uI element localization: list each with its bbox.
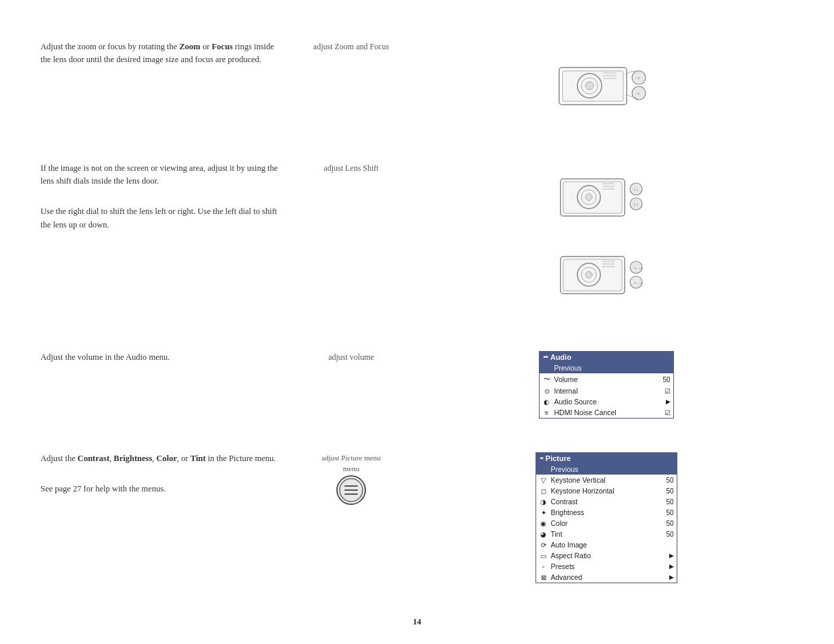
svg-text:○: ○ xyxy=(637,75,640,81)
picture-label: adjust Picture menu menu xyxy=(284,452,419,505)
picture-menu-item-aspectratio[interactable]: ▭ Aspect Ratio ▶ xyxy=(536,550,677,561)
audio-menu-item-source[interactable]: ◐ Audio Source ▶ xyxy=(540,396,673,407)
source-icon: ◐ xyxy=(542,398,552,406)
picture-menu: •• Picture Previous ▽ Keystone Vertical … xyxy=(536,452,677,583)
zoom-text: Adjust the zoom or focus by rotating the… xyxy=(41,41,284,71)
audio-menu-item-previous[interactable]: Previous xyxy=(540,363,673,373)
audio-menu-item-internal[interactable]: ⊙ Internal ☑ xyxy=(540,385,673,396)
svg-text:↑↓: ↑↓ xyxy=(633,202,638,207)
zoom-label: adjust Zoom and Focus xyxy=(284,41,419,52)
kh-icon: ◻ xyxy=(539,487,548,495)
hdmi-icon: ≡ xyxy=(542,409,552,417)
menu-icon xyxy=(339,478,363,502)
lens-paragraph-2: Use the right dial to shift the lens lef… xyxy=(41,205,284,232)
lens-illustrations: ↑↓ ↑↓ ←→ ←→ xyxy=(554,162,658,317)
picture-menu-item-color[interactable]: ◉ Color 50 xyxy=(536,518,677,529)
picture-menu-item-previous[interactable]: Previous xyxy=(536,464,677,475)
kv-icon: ▽ xyxy=(539,477,548,484)
svg-point-28 xyxy=(585,271,592,278)
lens-text: If the image is not on the screen or vie… xyxy=(41,162,284,236)
svg-text:↑↓: ↑↓ xyxy=(633,187,638,192)
menu-dots-icon: ••• xyxy=(544,354,548,360)
svg-rect-39 xyxy=(344,493,358,495)
zoom-projector-illustration: ○ ○ xyxy=(552,41,660,128)
menu-button[interactable] xyxy=(336,475,366,505)
picture-label-text: adjust Picture menu xyxy=(321,454,380,462)
lens-label: adjust Lens Shift xyxy=(284,162,419,173)
zoom-paragraph: Adjust the zoom or focus by rotating the… xyxy=(41,41,284,67)
picture-menu-item-tint[interactable]: ◕ Tint 50 xyxy=(536,529,677,539)
svg-text:←→: ←→ xyxy=(633,265,643,271)
svg-rect-38 xyxy=(344,489,358,491)
volume-label: adjust volume xyxy=(284,351,419,363)
picture-menu-icon-area: adjust Picture menu menu xyxy=(284,454,419,505)
svg-text:←→: ←→ xyxy=(633,280,643,286)
picture-menu-title: •• Picture xyxy=(536,453,677,464)
volume-paragraph: Adjust the volume in the Audio menu. xyxy=(41,351,284,364)
svg-rect-37 xyxy=(344,485,358,487)
picture-menu-item-contrast[interactable]: ◑ Contrast 50 xyxy=(536,496,677,507)
contrast-icon: ◑ xyxy=(539,498,548,506)
page-number: 14 xyxy=(41,617,793,627)
section-zoom: Adjust the zoom or focus by rotating the… xyxy=(41,41,793,142)
picture-menu-dots-icon: •• xyxy=(540,455,543,462)
svg-point-16 xyxy=(585,194,592,200)
section-lens: If the image is not on the screen or vie… xyxy=(41,162,793,331)
presets-icon: ▫ xyxy=(539,563,548,570)
lens-paragraph-1: If the image is not on the screen or vie… xyxy=(41,162,284,188)
brightness-icon: ✦ xyxy=(539,509,548,516)
autoimage-icon: ⟳ xyxy=(539,541,548,549)
svg-point-4 xyxy=(585,82,594,90)
picture-menu-item-autoimage[interactable]: ⟳ Auto Image xyxy=(536,539,677,550)
page-container: Adjust the zoom or focus by rotating the… xyxy=(0,0,834,644)
picture-menu-item-advanced[interactable]: ⊠ Advanced ▶ xyxy=(536,572,677,583)
svg-text:○: ○ xyxy=(637,90,640,97)
audio-menu-title: ••• Audio xyxy=(540,352,673,363)
color-icon: ◉ xyxy=(539,520,548,527)
picture-menu-item-presets[interactable]: ▫ Presets ▶ xyxy=(536,561,677,572)
picture-paragraph-1: Adjust the Contrast, Brightness, Color, … xyxy=(41,452,284,465)
lens-projector-top: ↑↓ ↑↓ xyxy=(554,162,658,236)
volume-menu-area: ••• Audio Previous 〜 Volume 50 ⊙ Interna… xyxy=(419,351,793,419)
audio-menu: ••• Audio Previous 〜 Volume 50 ⊙ Interna… xyxy=(539,351,674,419)
picture-menu-item-kh[interactable]: ◻ Keystone Horizontal 50 xyxy=(536,485,677,496)
lens-projector-bottom: ←→ ←→ xyxy=(554,243,658,317)
picture-menu-area: •• Picture Previous ▽ Keystone Vertical … xyxy=(419,452,793,583)
zoom-image: ○ ○ xyxy=(419,41,793,128)
internal-icon: ⊙ xyxy=(542,387,552,395)
volume-icon: 〜 xyxy=(542,375,552,384)
tint-icon: ◕ xyxy=(539,531,548,538)
section-picture: Adjust the Contrast, Brightness, Color, … xyxy=(41,452,793,597)
audio-menu-item-volume[interactable]: 〜 Volume 50 xyxy=(540,373,673,385)
lens-image: ↑↓ ↑↓ ←→ ←→ xyxy=(419,162,793,317)
section-volume: Adjust the volume in the Audio menu. adj… xyxy=(41,351,793,432)
advanced-icon: ⊠ xyxy=(539,574,548,581)
volume-text: Adjust the volume in the Audio menu. xyxy=(41,351,284,368)
menu-label-text: menu xyxy=(343,464,359,473)
picture-menu-item-brightness[interactable]: ✦ Brightness 50 xyxy=(536,507,677,518)
picture-menu-item-kv[interactable]: ▽ Keystone Vertical 50 xyxy=(536,475,677,485)
picture-text: Adjust the Contrast, Brightness, Color, … xyxy=(41,452,284,500)
picture-paragraph-2: See page 27 for help with the menus. xyxy=(41,483,284,495)
audio-menu-item-hdmi[interactable]: ≡ HDMI Noise Cancel ☑ xyxy=(540,407,673,418)
aspectratio-icon: ▭ xyxy=(539,552,548,560)
